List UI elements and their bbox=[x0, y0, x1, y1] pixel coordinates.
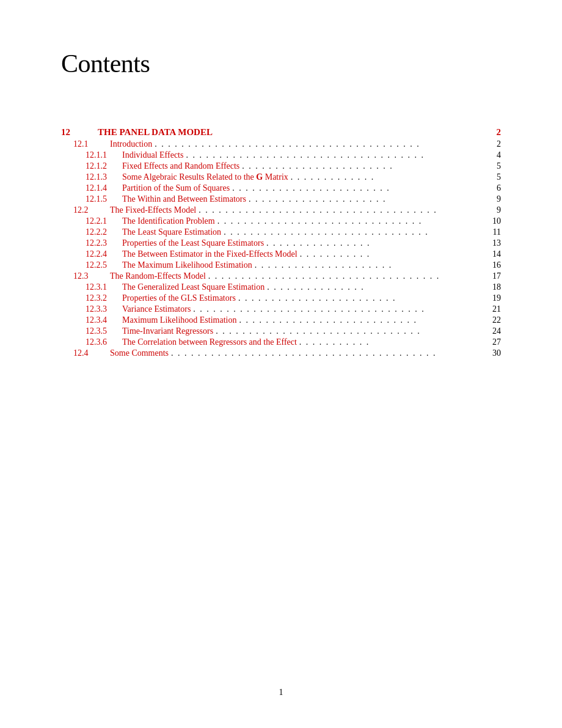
toc-s12-2-4-page: 14 bbox=[486, 249, 501, 259]
toc-s12-2-2-number: 12.2.2 bbox=[61, 227, 122, 237]
toc-section-12-4: 12.4 Some Comments . . . . . . . . . . .… bbox=[61, 348, 501, 358]
toc-s12-1-5-page: 9 bbox=[486, 194, 501, 204]
toc-s12-1-2-label: Fixed Effects and Random Effects bbox=[122, 161, 239, 171]
toc-subsection-12-1-3: 12.1.3 Some Algebraic Results Related to… bbox=[61, 172, 501, 182]
toc-s12-3-number: 12.3 bbox=[61, 271, 110, 281]
toc-s12-1-1-label: Individual Effects bbox=[122, 150, 183, 160]
toc-s12-3-5-page: 24 bbox=[486, 326, 501, 336]
toc-s12-1-dots: . . . . . . . . . . . . . . . . . . . . … bbox=[155, 139, 483, 149]
toc-subsection-12-3-1: 12.3.1 The Generalized Least Square Esti… bbox=[61, 282, 501, 292]
toc-subsection-12-3-2: 12.3.2 Properties of the GLS Estimators … bbox=[61, 293, 501, 303]
toc-s12-1-3-number: 12.1.3 bbox=[61, 172, 122, 182]
toc-s12-1-4-page: 6 bbox=[486, 183, 501, 193]
toc-s12-3-6-page: 27 bbox=[486, 337, 501, 347]
toc-subsection-12-2-4: 12.2.4 The Between Estimator in the Fixe… bbox=[61, 249, 501, 259]
toc-s12-2-2-label: The Least Square Estimation bbox=[122, 227, 221, 237]
toc-subsection-12-2-1: 12.2.1 The Identification Problem . . . … bbox=[61, 216, 501, 226]
toc-s12-3-1-number: 12.3.1 bbox=[61, 282, 122, 292]
toc-subsection-12-3-3: 12.3.3 Variance Estimators . . . . . . .… bbox=[61, 304, 501, 314]
page-title: Contents bbox=[61, 49, 501, 78]
toc-s12-1-page: 2 bbox=[486, 139, 501, 149]
toc-s12-2-5-label: The Maximum Likelihood Estimation bbox=[122, 260, 252, 270]
toc-s12-2-dots: . . . . . . . . . . . . . . . . . . . . … bbox=[199, 205, 483, 215]
toc-s12-3-5-label: Time-Invariant Regressors bbox=[122, 326, 213, 336]
toc-s12-2-3-dots: . . . . . . . . . . . . . . . . bbox=[266, 238, 483, 248]
toc-s12-3-3-page: 21 bbox=[486, 304, 501, 314]
toc-s12-2-number: 12.2 bbox=[61, 205, 110, 215]
toc-ch12-number: 12 bbox=[61, 127, 98, 138]
toc-s12-2-2-page: 11 bbox=[486, 227, 501, 237]
toc-s12-3-3-label: Variance Estimators bbox=[122, 304, 191, 314]
toc-s12-1-2-number: 12.1.2 bbox=[61, 161, 122, 171]
toc-s12-3-6-number: 12.3.6 bbox=[61, 337, 122, 347]
toc-s12-3-1-page: 18 bbox=[486, 282, 501, 292]
toc-s12-2-1-number: 12.2.1 bbox=[61, 216, 122, 226]
toc-subsection-12-3-4: 12.3.4 Maximum Likelihood Estimation . .… bbox=[61, 315, 501, 325]
toc-s12-3-6-label: The Correlation between Regressors and t… bbox=[122, 337, 297, 347]
toc-s12-1-1-dots: . . . . . . . . . . . . . . . . . . . . … bbox=[186, 150, 483, 160]
toc-s12-1-3-label: Some Algebraic Results Related to the G … bbox=[122, 172, 288, 182]
toc-s12-1-5-dots: . . . . . . . . . . . . . . . . . . . . … bbox=[249, 194, 483, 204]
toc-s12-3-4-page: 22 bbox=[486, 315, 501, 325]
toc-s12-2-1-label: The Identification Problem bbox=[122, 216, 215, 226]
toc-s12-4-dots: . . . . . . . . . . . . . . . . . . . . … bbox=[171, 348, 483, 358]
toc-subsection-12-3-6: 12.3.6 The Correlation between Regressor… bbox=[61, 337, 501, 347]
toc-subsection-12-1-4: 12.1.4 Partition of the Sum of Squares .… bbox=[61, 183, 501, 193]
toc-subsection-12-3-5: 12.3.5 Time-Invariant Regressors . . . .… bbox=[61, 326, 501, 336]
toc-s12-2-3-page: 13 bbox=[486, 238, 501, 248]
toc-s12-2-3-number: 12.2.3 bbox=[61, 238, 122, 248]
toc-chapter-12: 12 THE PANEL DATA MODEL 2 bbox=[61, 127, 501, 138]
toc-s12-4-page: 30 bbox=[486, 348, 501, 358]
toc-s12-2-5-page: 16 bbox=[486, 260, 501, 270]
toc-s12-3-6-dots: . . . . . . . . . . . bbox=[299, 337, 483, 347]
toc-ch12-label: THE PANEL DATA MODEL bbox=[98, 127, 213, 138]
toc-s12-3-label: The Random-Effects Model bbox=[110, 271, 206, 281]
toc-s12-1-4-number: 12.1.4 bbox=[61, 183, 122, 193]
toc-s12-1-4-dots: . . . . . . . . . . . . . . . . . . . . … bbox=[232, 183, 483, 193]
toc-s12-3-4-label: Maximum Likelihood Estimation bbox=[122, 315, 236, 325]
toc-s12-1-5-number: 12.1.5 bbox=[61, 194, 122, 204]
toc-section-12-3: 12.3 The Random-Effects Model . . . . . … bbox=[61, 271, 501, 281]
toc-s12-2-5-dots: . . . . . . . . . . . . . . . . . . . . … bbox=[255, 260, 483, 270]
toc-s12-1-2-page: 5 bbox=[486, 161, 501, 171]
toc-s12-1-label: Introduction bbox=[110, 139, 152, 149]
toc-s12-2-1-dots: . . . . . . . . . . . . . . . . . . . . … bbox=[217, 216, 483, 226]
toc-subsection-12-1-2: 12.1.2 Fixed Effects and Random Effects … bbox=[61, 161, 501, 171]
toc-s12-3-2-dots: . . . . . . . . . . . . . . . . . . . . … bbox=[238, 293, 483, 303]
toc-subsection-12-1-1: 12.1.1 Individual Effects . . . . . . . … bbox=[61, 150, 501, 160]
toc-s12-1-5-label: The Within and Between Estimators bbox=[122, 194, 246, 204]
toc-subsection-12-1-5: 12.1.5 The Within and Between Estimators… bbox=[61, 194, 501, 204]
toc-s12-3-2-number: 12.3.2 bbox=[61, 293, 122, 303]
toc-s12-1-3-page: 5 bbox=[486, 172, 501, 182]
toc-s12-3-2-page: 19 bbox=[486, 293, 501, 303]
toc-subsection-12-2-5: 12.2.5 The Maximum Likelihood Estimation… bbox=[61, 260, 501, 270]
toc-s12-3-1-label: The Generalized Least Square Estimation bbox=[122, 282, 265, 292]
page: Contents 12 THE PANEL DATA MODEL 2 12.1 … bbox=[0, 0, 562, 728]
toc-s12-3-5-number: 12.3.5 bbox=[61, 326, 122, 336]
toc-s12-2-4-dots: . . . . . . . . . . . bbox=[300, 249, 483, 259]
toc-s12-3-4-dots: . . . . . . . . . . . . . . . . . . . . … bbox=[239, 315, 483, 325]
toc-s12-3-3-number: 12.3.3 bbox=[61, 304, 122, 314]
toc-s12-2-page: 9 bbox=[486, 205, 501, 215]
toc-s12-2-4-number: 12.2.4 bbox=[61, 249, 122, 259]
toc-subsection-12-2-3: 12.2.3 Properties of the Least Square Es… bbox=[61, 238, 501, 248]
toc-section-12-1: 12.1 Introduction . . . . . . . . . . . … bbox=[61, 139, 501, 149]
toc-ch12-page: 2 bbox=[486, 127, 501, 138]
toc-s12-1-3-dots: . . . . . . . . . . . . . bbox=[291, 172, 483, 182]
toc-s12-3-4-number: 12.3.4 bbox=[61, 315, 122, 325]
toc-s12-3-1-dots: . . . . . . . . . . . . . . . bbox=[267, 282, 483, 292]
toc-s12-3-dots: . . . . . . . . . . . . . . . . . . . . … bbox=[208, 271, 483, 281]
toc-s12-4-label: Some Comments bbox=[110, 348, 169, 358]
page-footer-number: 1 bbox=[279, 688, 283, 697]
toc-s12-1-4-label: Partition of the Sum of Squares bbox=[122, 183, 230, 193]
toc-s12-2-2-dots: . . . . . . . . . . . . . . . . . . . . … bbox=[224, 227, 483, 237]
table-of-contents: 12 THE PANEL DATA MODEL 2 12.1 Introduct… bbox=[61, 127, 501, 358]
toc-ch12-dots bbox=[215, 128, 483, 138]
toc-s12-2-5-number: 12.2.5 bbox=[61, 260, 122, 270]
toc-s12-4-number: 12.4 bbox=[61, 348, 110, 358]
toc-s12-3-page: 17 bbox=[486, 271, 501, 281]
toc-s12-3-2-label: Properties of the GLS Estimators bbox=[122, 293, 236, 303]
toc-s12-3-5-dots: . . . . . . . . . . . . . . . . . . . . … bbox=[216, 326, 483, 336]
toc-s12-2-label: The Fixed-Effects Model bbox=[110, 205, 196, 215]
toc-s12-1-1-number: 12.1.1 bbox=[61, 150, 122, 160]
